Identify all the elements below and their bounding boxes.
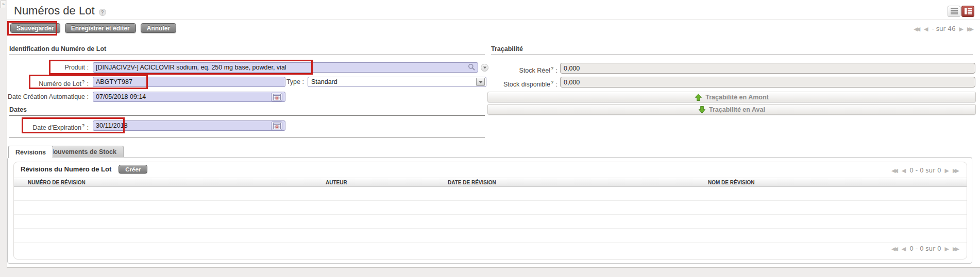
pager-prev-icon[interactable]: ◀	[924, 26, 928, 32]
chevron-down-icon	[479, 81, 483, 83]
date-creation-input[interactable]: 07/05/2018 09:14	[93, 92, 285, 102]
numero-lot-help-icon[interactable]: ?	[81, 79, 85, 84]
revisions-pager-top: ◀◀ ◀ 0 - 0 sur 0 ▶ ▶▶	[891, 167, 959, 174]
pager-label: 0 - 0 sur 0	[909, 245, 941, 252]
form-view-icon	[965, 8, 972, 14]
save-button[interactable]: Sauvegarder	[10, 23, 60, 33]
stock-disponible-help-icon[interactable]: ?	[550, 80, 554, 85]
stock-reel-value: 0,000	[564, 65, 580, 72]
toolbar: Sauvegarder Enregistrer et éditer Annule…	[10, 23, 176, 33]
tracabilite-amont-label: Traçabilité en Amont	[705, 94, 768, 101]
section-identification: Identification du Numéro de Lot	[9, 45, 485, 55]
table-row	[14, 215, 967, 229]
arrow-up-icon	[695, 93, 702, 101]
produit-input[interactable]: [DINJACIV2V-] ACICLOVIR sodium, eq. 250 …	[93, 62, 478, 73]
produit-label: Produit :	[0, 64, 89, 72]
pager-last-icon[interactable]: ▶▶	[953, 167, 959, 174]
create-button[interactable]: Créer	[119, 165, 147, 174]
title-help-icon[interactable]: ?	[99, 9, 106, 16]
tracabilite-aval-label: Traçabilité en Aval	[709, 106, 765, 113]
revisions-pager-bottom: ◀◀ ◀ 0 - 0 sur 0 ▶ ▶▶	[891, 245, 959, 252]
date-expiration-value: 30/11/2018	[96, 122, 128, 129]
page-header: Numéros de Lot ?	[14, 4, 106, 18]
pager-next-icon[interactable]: ▶	[945, 167, 949, 174]
table-row	[14, 201, 967, 215]
date-creation-value: 07/05/2018 09:14	[96, 93, 146, 100]
arrow-down-icon	[698, 106, 706, 114]
cancel-button[interactable]: Annuler	[141, 23, 176, 33]
section-dates: Dates	[9, 106, 485, 116]
header-separator	[7, 20, 980, 20]
type-select[interactable]: Standard	[308, 77, 486, 87]
pager-label: - sur 46	[932, 25, 956, 32]
list-view-button[interactable]	[948, 6, 960, 17]
table-row	[14, 229, 967, 243]
column-header-nom-revision[interactable]: NOM DE RÉVISION	[708, 180, 755, 185]
revisions-table-header: NUMÉRO DE RÉVISION AUTEUR DATE DE RÉVISI…	[14, 178, 967, 187]
pager-first-icon[interactable]: ◀◀	[891, 167, 898, 174]
stock-reel-label: Stock Réel? :	[483, 65, 557, 75]
pager-next-icon[interactable]: ▶	[945, 246, 949, 252]
pager-last-icon[interactable]: ▶▶	[967, 26, 974, 32]
tab-revisions[interactable]: Révisions	[8, 146, 53, 158]
list-view-icon	[951, 8, 958, 14]
section-tracabilite: Traçabilité	[491, 45, 973, 55]
save-edit-button[interactable]: Enregistrer et éditer	[65, 23, 136, 33]
left-column-separator	[9, 137, 485, 138]
page-title: Numéros de Lot	[14, 4, 95, 18]
stock-reel-help-icon[interactable]: ?	[550, 66, 554, 71]
revisions-list-header: Révisions du Numéro de Lot Créer	[21, 165, 147, 174]
date-expiration-label: Date d'Expiration? :	[0, 122, 89, 132]
numero-lot-input[interactable]: ABGTYT987	[93, 77, 285, 87]
tab-mouvements-de-stock[interactable]: Mouvements de Stock	[41, 146, 124, 158]
search-icon[interactable]	[468, 63, 475, 72]
column-header-numero-revision[interactable]: NUMÉRO DE RÉVISION	[28, 180, 86, 185]
produit-value: [DINJACIV2V-] ACICLOVIR sodium, eq. 250 …	[96, 64, 286, 71]
app-window: » Numéros de Lot ? Sauvegarder Enregistr…	[0, 0, 980, 277]
revisions-heading: Révisions du Numéro de Lot	[21, 165, 111, 173]
calendar-icon[interactable]	[271, 122, 282, 130]
stock-disponible-field: 0,000	[560, 77, 975, 88]
stock-disponible-value: 0,000	[564, 79, 580, 86]
pager-prev-icon[interactable]: ◀	[902, 167, 906, 174]
pager-first-icon[interactable]: ◀◀	[891, 246, 898, 252]
calendar-icon[interactable]	[271, 93, 282, 101]
stock-disponible-label: Stock disponible? :	[483, 79, 557, 89]
date-expiration-input[interactable]: 30/11/2018	[93, 120, 285, 131]
numero-lot-label: Numéro de Lot? :	[0, 78, 89, 88]
pager-label: 0 - 0 sur 0	[909, 167, 941, 174]
column-header-auteur[interactable]: AUTEUR	[326, 180, 347, 185]
form-view-button-active[interactable]	[961, 6, 974, 17]
tracabilite-amont-button[interactable]: Traçabilité en Amont	[487, 92, 976, 102]
table-row	[14, 187, 967, 201]
date-expiration-help-icon[interactable]: ?	[81, 123, 85, 128]
numero-lot-value: ABGTYT987	[96, 78, 132, 85]
column-header-date-revision[interactable]: DATE DE RÉVISION	[448, 180, 496, 185]
type-label: Type :	[268, 78, 304, 86]
tracabilite-aval-button[interactable]: Traçabilité en Aval	[487, 104, 976, 115]
record-pager: ◀◀ ◀ - sur 46 ▶ ▶▶	[914, 25, 974, 32]
stock-reel-field: 0,000	[560, 63, 975, 74]
type-value: Standard	[311, 78, 337, 85]
pager-first-icon[interactable]: ◀◀	[914, 26, 920, 32]
pager-last-icon[interactable]: ▶▶	[953, 246, 959, 252]
date-creation-label: Date Création Automatique :	[0, 93, 89, 101]
pager-prev-icon[interactable]: ◀	[902, 246, 906, 252]
pager-next-icon[interactable]: ▶	[959, 26, 964, 32]
sidebar-expander[interactable]: »	[1, 1, 6, 8]
